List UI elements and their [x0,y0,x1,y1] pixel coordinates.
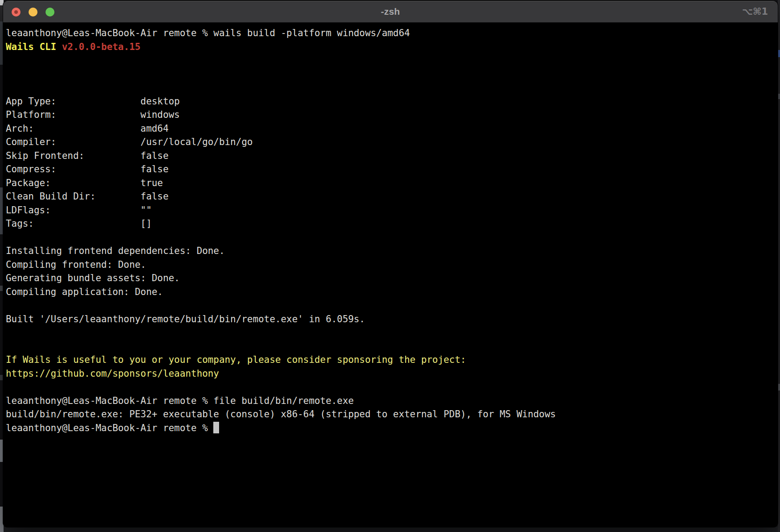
window-shortcut-badge: ⌥⌘1 [742,1,768,22]
terminal-text-segment: Compress: false [6,164,169,175]
terminal-line: Compiler: /usr/local/go/bin/go [6,135,776,149]
terminal-line: build/bin/remote.exe: PE32+ executable (… [6,407,776,421]
terminal-text-segment: leaanthony@Leas-MacBook-Air remote % fil… [6,395,354,406]
terminal-line: Generating bundle assets: Done. [6,271,776,285]
terminal-line [6,81,776,95]
close-modified-dot-icon [14,10,18,14]
window-titlebar[interactable]: -zsh ⌥⌘1 [3,1,778,23]
terminal-text-segment: build/bin/remote.exe: PE32+ executable (… [6,409,556,420]
terminal-text-segment: App Type: desktop [6,96,180,107]
terminal-text-segment: Skip Frontend: false [6,150,169,161]
desktop-background: -zsh ⌥⌘1 leaanthony@Leas-MacBook-Air rem… [0,0,780,532]
terminal-line: Platform: windows [6,108,776,122]
terminal-cursor [213,422,219,433]
terminal-text-segment: Compiling frontend: Done. [6,259,146,270]
desktop-bottom-strip [4,527,778,532]
terminal-text-segment: Package: true [6,178,163,188]
background-window-sliver-right [778,0,780,532]
terminal-line [6,380,776,394]
terminal-line: Package: true [6,176,776,190]
terminal-text-segment: Tags: [] [6,218,152,229]
terminal-text-segment: https://github.com/sponsors/leaanthony [6,368,219,379]
terminal-text-segment: Generating bundle assets: Done. [6,273,180,283]
terminal-text-segment: Built '/Users/leaanthony/remote/build/bi… [6,314,365,324]
traffic-lights [12,8,54,17]
terminal-window: -zsh ⌥⌘1 leaanthony@Leas-MacBook-Air rem… [3,1,778,527]
terminal-line: leaanthony@Leas-MacBook-Air remote % fil… [6,394,776,408]
background-fragment [778,94,780,99]
terminal-text-segment: v2.0.0-beta.15 [62,42,141,52]
terminal-line: https://github.com/sponsors/leaanthony [6,367,776,381]
background-fragment [778,50,780,57]
terminal-text-segment: Platform: windows [6,109,180,120]
terminal-text-segment: Arch: amd64 [6,123,169,134]
terminal-line: leaanthony@Leas-MacBook-Air remote % [6,421,776,435]
terminal-line: Arch: amd64 [6,122,776,136]
terminal-text-segment: Installing frontend dependencies: Done. [6,245,225,256]
terminal-text-segment: Clean Build Dir: false [6,191,169,202]
terminal-line: Clean Build Dir: false [6,190,776,204]
terminal-line [6,340,776,353]
terminal-line: If Wails is useful to you or your compan… [6,353,776,367]
terminal-line: Compiling frontend: Done. [6,258,776,272]
minimize-button[interactable] [29,8,37,17]
terminal-line [6,231,776,245]
terminal-text-segment: leaanthony@Leas-MacBook-Air remote % [6,423,213,433]
terminal-text-segment: Compiler: /usr/local/go/bin/go [6,137,253,147]
terminal-line: Compress: false [6,162,776,176]
terminal-text-segment: If Wails is useful to you or your compan… [6,354,466,365]
terminal-line: Installing frontend dependencies: Done. [6,244,776,258]
close-button[interactable] [12,8,21,17]
terminal-text-segment: leaanthony@Leas-MacBook-Air remote % wai… [6,28,410,38]
terminal-output[interactable]: leaanthony@Leas-MacBook-Air remote % wai… [3,23,778,527]
terminal-line: Wails CLI v2.0.0-beta.15 [6,40,776,54]
terminal-text-segment: Wails CLI [6,42,62,52]
background-fragment [778,384,780,391]
terminal-line [6,299,776,312]
terminal-line: App Type: desktop [6,95,776,108]
terminal-text-segment: LDFlags: "" [6,205,152,216]
terminal-line: Compiling application: Done. [6,285,776,299]
terminal-line: Built '/Users/leaanthony/remote/build/bi… [6,312,776,326]
terminal-line: LDFlags: "" [6,204,776,217]
zoom-button[interactable] [46,8,54,17]
terminal-line [6,326,776,340]
terminal-line: leaanthony@Leas-MacBook-Air remote % wai… [6,26,776,40]
window-title: -zsh [381,6,400,17]
terminal-line: Skip Frontend: false [6,149,776,163]
terminal-text-segment: Compiling application: Done. [6,287,163,297]
terminal-line [6,67,776,81]
terminal-line [6,54,776,67]
terminal-line: Tags: [] [6,217,776,231]
